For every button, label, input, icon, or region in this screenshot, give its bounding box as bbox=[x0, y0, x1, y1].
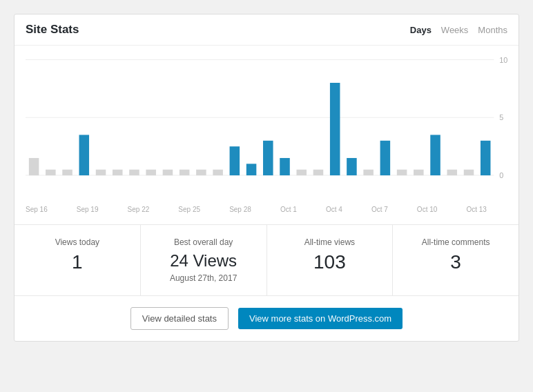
site-stats-widget: Site Stats Days Weeks Months 10 5 0 Sep … bbox=[14, 14, 519, 342]
alltime-views-label: All-time views bbox=[274, 237, 386, 247]
svg-rect-23 bbox=[313, 170, 324, 175]
stat-alltime-views: All-time views 103 bbox=[267, 225, 394, 295]
svg-rect-12 bbox=[129, 170, 139, 175]
x-axis-label: Sep 28 bbox=[229, 206, 251, 213]
views-today-value: 1 bbox=[21, 251, 133, 273]
svg-rect-30 bbox=[430, 135, 440, 175]
period-tabs: Days Weeks Months bbox=[410, 25, 507, 35]
x-axis-label: Oct 13 bbox=[466, 206, 486, 213]
svg-rect-29 bbox=[414, 170, 424, 175]
svg-rect-33 bbox=[481, 141, 491, 175]
chart-svg: 10 5 0 bbox=[26, 52, 507, 204]
best-day-sub: August 27th, 2017 bbox=[148, 273, 260, 283]
stats-row: Views today 1 Best overall day 24 Views … bbox=[14, 225, 519, 296]
svg-rect-10 bbox=[96, 170, 106, 175]
views-today-label: Views today bbox=[21, 237, 133, 247]
svg-rect-21 bbox=[280, 158, 290, 175]
svg-rect-18 bbox=[230, 146, 240, 175]
svg-rect-7 bbox=[46, 170, 56, 175]
alltime-comments-value: 3 bbox=[400, 251, 512, 273]
svg-rect-17 bbox=[213, 170, 223, 175]
alltime-views-value: 103 bbox=[274, 251, 386, 273]
view-detailed-stats-button[interactable]: View detailed stats bbox=[130, 307, 229, 330]
svg-rect-32 bbox=[464, 170, 474, 175]
widget-title: Site Stats bbox=[26, 23, 79, 37]
x-axis-label: Oct 4 bbox=[326, 206, 342, 213]
svg-rect-19 bbox=[246, 164, 257, 175]
svg-text:5: 5 bbox=[499, 113, 503, 121]
svg-text:0: 0 bbox=[499, 171, 503, 179]
svg-rect-25 bbox=[347, 158, 357, 175]
chart-inner: 10 5 0 bbox=[26, 52, 507, 204]
tab-weeks[interactable]: Weeks bbox=[441, 25, 469, 35]
chart-area: 10 5 0 Sep 16Sep 19Sep 22Sep 25Sep 28Oct… bbox=[14, 46, 519, 225]
x-axis-label: Oct 1 bbox=[280, 206, 297, 213]
widget-header: Site Stats Days Weeks Months bbox=[14, 14, 519, 46]
x-axis-label: Sep 25 bbox=[178, 206, 200, 213]
svg-rect-13 bbox=[146, 170, 156, 175]
tab-months[interactable]: Months bbox=[478, 25, 507, 35]
svg-rect-24 bbox=[330, 83, 340, 175]
svg-rect-26 bbox=[363, 170, 374, 175]
best-day-value: 24 Views bbox=[148, 251, 260, 271]
stat-alltime-comments: All-time comments 3 bbox=[393, 225, 519, 295]
x-axis-label: Oct 7 bbox=[371, 206, 388, 213]
svg-rect-14 bbox=[163, 170, 173, 175]
tab-days[interactable]: Days bbox=[410, 25, 432, 35]
alltime-comments-label: All-time comments bbox=[400, 237, 512, 247]
best-day-label: Best overall day bbox=[148, 237, 260, 247]
svg-rect-31 bbox=[447, 170, 458, 175]
svg-rect-22 bbox=[296, 170, 307, 175]
svg-text:10: 10 bbox=[499, 55, 507, 63]
svg-rect-16 bbox=[196, 170, 206, 175]
x-axis-label: Oct 10 bbox=[417, 206, 437, 213]
svg-rect-9 bbox=[79, 135, 90, 175]
stat-best-day: Best overall day 24 Views August 27th, 2… bbox=[141, 225, 267, 295]
svg-rect-27 bbox=[380, 141, 391, 175]
x-axis-label: Sep 16 bbox=[26, 206, 48, 213]
svg-rect-6 bbox=[29, 158, 39, 175]
actions-row: View detailed stats View more stats on W… bbox=[14, 296, 519, 341]
view-wordpress-stats-button[interactable]: View more stats on WordPress.com bbox=[238, 308, 403, 329]
svg-rect-20 bbox=[263, 141, 273, 175]
x-axis-label: Sep 19 bbox=[77, 206, 99, 213]
x-axis-label: Sep 22 bbox=[128, 206, 150, 213]
svg-rect-15 bbox=[180, 170, 190, 175]
svg-rect-8 bbox=[62, 170, 72, 175]
svg-rect-11 bbox=[113, 170, 123, 175]
svg-rect-28 bbox=[397, 170, 407, 175]
stat-views-today: Views today 1 bbox=[14, 225, 141, 295]
